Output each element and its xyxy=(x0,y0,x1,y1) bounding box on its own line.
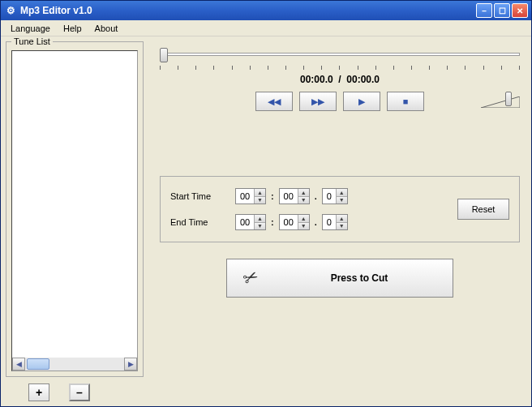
spin-down-icon[interactable]: ▼ xyxy=(337,197,347,204)
cut-button[interactable]: ✂ Press to Cut xyxy=(226,259,453,298)
app-window: ⚙ Mp3 Editor v1.0 – ☐ ✕ Language Help Ab… xyxy=(0,0,532,407)
end-tenth-spinner[interactable]: ▲▼ xyxy=(322,214,348,230)
cut-row: ✂ Press to Cut xyxy=(160,259,520,298)
start-min-input[interactable] xyxy=(236,189,254,204)
maximize-button[interactable]: ☐ xyxy=(494,3,510,18)
slider-thumb[interactable] xyxy=(160,48,168,62)
dot-separator: . xyxy=(313,217,319,227)
spin-down-icon[interactable]: ▼ xyxy=(255,223,265,230)
forward-button[interactable]: ▶▶ xyxy=(299,92,337,111)
start-tenth-spinner[interactable]: ▲▼ xyxy=(322,188,348,204)
end-min-spinner[interactable]: ▲▼ xyxy=(235,214,266,230)
dot-separator: . xyxy=(313,191,319,201)
end-min-input[interactable] xyxy=(236,215,254,229)
spin-up-icon[interactable]: ▲ xyxy=(255,215,265,223)
spin-down-icon[interactable]: ▼ xyxy=(337,223,347,230)
current-time: 00:00.0 xyxy=(300,74,333,85)
menu-about[interactable]: About xyxy=(88,22,125,35)
slider-track-bar xyxy=(160,53,520,56)
tune-list-label: Tune List xyxy=(11,36,53,46)
spin-up-icon[interactable]: ▲ xyxy=(337,189,347,197)
stop-button[interactable]: ■ xyxy=(387,92,424,111)
window-title: Mp3 Editor v1.0 xyxy=(20,5,476,16)
position-slider[interactable] xyxy=(160,48,520,67)
end-sec-input[interactable] xyxy=(280,215,298,229)
start-time-label: Start Time xyxy=(170,191,235,201)
scissors-icon: ✂ xyxy=(239,265,261,290)
scroll-left-button[interactable]: ◀ xyxy=(12,358,25,371)
svg-marker-0 xyxy=(481,96,520,108)
minimize-button[interactable]: – xyxy=(476,3,492,18)
slider-ticks xyxy=(160,66,520,71)
app-icon: ⚙ xyxy=(4,4,17,17)
add-button[interactable]: + xyxy=(28,383,49,401)
start-min-spinner[interactable]: ▲▼ xyxy=(235,188,266,204)
spin-up-icon[interactable]: ▲ xyxy=(298,215,309,223)
time-range-group: Start Time ▲▼ : ▲▼ . ▲▼ xyxy=(160,176,520,242)
cut-button-label: Press to Cut xyxy=(282,272,436,284)
menu-help[interactable]: Help xyxy=(57,22,88,35)
start-tenth-input[interactable] xyxy=(323,189,336,204)
horizontal-scrollbar[interactable]: ◀ ▶ xyxy=(12,358,137,371)
start-sec-input[interactable] xyxy=(280,189,298,204)
spin-down-icon[interactable]: ▼ xyxy=(298,223,309,230)
scroll-right-button[interactable]: ▶ xyxy=(124,358,137,371)
right-panel: 00:00.0 / 00:00.0 ◀◀ ▶▶ ▶ ■ Start Tim xyxy=(160,41,526,401)
spin-down-icon[interactable]: ▼ xyxy=(298,197,309,204)
time-display: 00:00.0 / 00:00.0 xyxy=(160,74,520,85)
spin-up-icon[interactable]: ▲ xyxy=(298,189,309,197)
start-sec-spinner[interactable]: ▲▼ xyxy=(279,188,310,204)
start-time-spinners: ▲▼ : ▲▼ . ▲▼ xyxy=(235,188,444,204)
volume-thumb[interactable] xyxy=(505,92,512,106)
playback-controls: ◀◀ ▶▶ ▶ ■ xyxy=(160,92,520,111)
rewind-button[interactable]: ◀◀ xyxy=(255,92,293,111)
time-separator: / xyxy=(336,74,346,85)
tune-list-group: Tune List ◀ ▶ xyxy=(6,41,144,377)
volume-slider[interactable] xyxy=(471,92,520,111)
close-button[interactable]: ✕ xyxy=(512,3,528,18)
end-tenth-input[interactable] xyxy=(323,215,336,229)
menu-language[interactable]: Language xyxy=(4,22,57,35)
end-sec-spinner[interactable]: ▲▼ xyxy=(279,214,310,230)
spin-down-icon[interactable]: ▼ xyxy=(255,197,265,204)
content-area: Tune List ◀ ▶ + – xyxy=(1,36,531,406)
tune-list[interactable]: ◀ ▶ xyxy=(11,50,138,371)
reset-button[interactable]: Reset xyxy=(457,199,509,220)
scroll-thumb[interactable] xyxy=(27,358,49,370)
remove-button[interactable]: – xyxy=(69,383,90,401)
left-panel: Tune List ◀ ▶ + – xyxy=(6,41,144,401)
end-time-label: End Time xyxy=(170,217,235,227)
menubar: Language Help About xyxy=(1,20,531,36)
total-time: 00:00.0 xyxy=(346,74,380,85)
play-button[interactable]: ▶ xyxy=(343,92,380,111)
spin-up-icon[interactable]: ▲ xyxy=(337,215,347,223)
colon-separator: : xyxy=(269,217,276,227)
titlebar: ⚙ Mp3 Editor v1.0 – ☐ ✕ xyxy=(1,1,531,20)
colon-separator: : xyxy=(269,191,276,201)
spin-up-icon[interactable]: ▲ xyxy=(255,189,265,197)
volume-track-icon xyxy=(481,96,520,108)
end-time-spinners: ▲▼ : ▲▼ . ▲▼ xyxy=(235,214,444,230)
